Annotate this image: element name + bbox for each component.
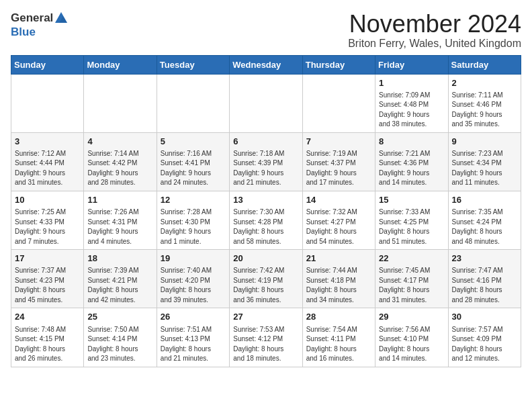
calendar-week-row: 1Sunrise: 7:09 AM Sunset: 4:48 PM Daylig… [11, 74, 521, 132]
table-row: 23Sunrise: 7:47 AM Sunset: 4:16 PM Dayli… [448, 250, 521, 308]
day-info: Sunrise: 7:21 AM Sunset: 4:36 PM Dayligh… [379, 149, 444, 188]
day-number: 18 [87, 253, 152, 265]
day-number: 7 [306, 136, 371, 148]
header-monday: Monday [84, 55, 157, 74]
day-info: Sunrise: 7:14 AM Sunset: 4:42 PM Dayligh… [87, 149, 152, 188]
day-info: Sunrise: 7:16 AM Sunset: 4:41 PM Dayligh… [161, 149, 226, 188]
calendar-week-row: 17Sunrise: 7:37 AM Sunset: 4:23 PM Dayli… [11, 250, 521, 308]
table-row: 2Sunrise: 7:11 AM Sunset: 4:46 PM Daylig… [448, 74, 521, 132]
day-info: Sunrise: 7:25 AM Sunset: 4:33 PM Dayligh… [15, 208, 80, 246]
day-number: 29 [379, 311, 444, 323]
table-row [230, 74, 302, 132]
day-info: Sunrise: 7:53 AM Sunset: 4:12 PM Dayligh… [233, 325, 298, 364]
day-number: 25 [87, 311, 152, 323]
table-row: 25Sunrise: 7:50 AM Sunset: 4:14 PM Dayli… [84, 308, 157, 367]
table-row: 10Sunrise: 7:25 AM Sunset: 4:33 PM Dayli… [11, 191, 84, 249]
table-row: 4Sunrise: 7:14 AM Sunset: 4:42 PM Daylig… [84, 132, 157, 191]
table-row: 18Sunrise: 7:39 AM Sunset: 4:21 PM Dayli… [84, 250, 157, 308]
table-row: 28Sunrise: 7:54 AM Sunset: 4:11 PM Dayli… [302, 308, 375, 367]
day-number: 6 [233, 136, 298, 148]
logo-general: General [11, 11, 53, 25]
table-row: 24Sunrise: 7:48 AM Sunset: 4:15 PM Dayli… [11, 308, 84, 367]
table-row: 29Sunrise: 7:56 AM Sunset: 4:10 PM Dayli… [375, 308, 448, 367]
table-row [84, 74, 157, 132]
day-number: 11 [87, 194, 152, 206]
table-row: 7Sunrise: 7:19 AM Sunset: 4:37 PM Daylig… [302, 132, 375, 191]
table-row: 1Sunrise: 7:09 AM Sunset: 4:48 PM Daylig… [375, 74, 448, 132]
day-info: Sunrise: 7:39 AM Sunset: 4:21 PM Dayligh… [87, 266, 152, 305]
day-number: 2 [452, 77, 517, 89]
day-info: Sunrise: 7:40 AM Sunset: 4:20 PM Dayligh… [161, 266, 226, 305]
day-info: Sunrise: 7:51 AM Sunset: 4:13 PM Dayligh… [161, 325, 226, 364]
day-number: 17 [15, 253, 80, 265]
day-number: 5 [161, 136, 226, 148]
calendar-week-row: 3Sunrise: 7:12 AM Sunset: 4:44 PM Daylig… [11, 132, 521, 191]
day-info: Sunrise: 7:37 AM Sunset: 4:23 PM Dayligh… [15, 266, 80, 305]
table-row: 5Sunrise: 7:16 AM Sunset: 4:41 PM Daylig… [157, 132, 229, 191]
day-number: 16 [452, 194, 517, 206]
header-wednesday: Wednesday [230, 55, 302, 74]
header-tuesday: Tuesday [157, 55, 229, 74]
header-saturday: Saturday [448, 55, 521, 74]
calendar-week-row: 10Sunrise: 7:25 AM Sunset: 4:33 PM Dayli… [11, 191, 521, 249]
day-number: 20 [233, 253, 298, 265]
table-row [11, 74, 84, 132]
day-info: Sunrise: 7:32 AM Sunset: 4:27 PM Dayligh… [306, 208, 371, 246]
logo-text: General Blue [11, 11, 69, 39]
page-header: General Blue November 2024 Briton Ferry,… [11, 11, 521, 50]
day-info: Sunrise: 7:44 AM Sunset: 4:18 PM Dayligh… [306, 266, 371, 305]
day-info: Sunrise: 7:18 AM Sunset: 4:39 PM Dayligh… [233, 149, 298, 188]
day-number: 8 [379, 136, 444, 148]
day-number: 24 [15, 311, 80, 323]
day-info: Sunrise: 7:11 AM Sunset: 4:46 PM Dayligh… [452, 91, 517, 130]
day-number: 14 [306, 194, 371, 206]
day-info: Sunrise: 7:57 AM Sunset: 4:09 PM Dayligh… [452, 325, 517, 364]
table-row: 20Sunrise: 7:42 AM Sunset: 4:19 PM Dayli… [230, 250, 302, 308]
day-info: Sunrise: 7:26 AM Sunset: 4:31 PM Dayligh… [87, 208, 152, 246]
day-info: Sunrise: 7:47 AM Sunset: 4:16 PM Dayligh… [452, 266, 517, 305]
day-number: 15 [379, 194, 444, 206]
day-info: Sunrise: 7:56 AM Sunset: 4:10 PM Dayligh… [379, 325, 444, 364]
table-row: 17Sunrise: 7:37 AM Sunset: 4:23 PM Dayli… [11, 250, 84, 308]
table-row [157, 74, 229, 132]
table-row [302, 74, 375, 132]
table-row: 8Sunrise: 7:21 AM Sunset: 4:36 PM Daylig… [375, 132, 448, 191]
weekday-header-row: Sunday Monday Tuesday Wednesday Thursday… [11, 55, 521, 74]
day-number: 26 [161, 311, 226, 323]
table-row: 15Sunrise: 7:33 AM Sunset: 4:25 PM Dayli… [375, 191, 448, 249]
day-info: Sunrise: 7:33 AM Sunset: 4:25 PM Dayligh… [379, 208, 444, 246]
day-number: 22 [379, 253, 444, 265]
day-info: Sunrise: 7:50 AM Sunset: 4:14 PM Dayligh… [87, 325, 152, 364]
table-row: 14Sunrise: 7:32 AM Sunset: 4:27 PM Dayli… [302, 191, 375, 249]
day-number: 4 [87, 136, 152, 148]
day-number: 10 [15, 194, 80, 206]
calendar-table: Sunday Monday Tuesday Wednesday Thursday… [11, 55, 521, 367]
day-number: 13 [233, 194, 298, 206]
table-row: 12Sunrise: 7:28 AM Sunset: 4:30 PM Dayli… [157, 191, 229, 249]
day-info: Sunrise: 7:12 AM Sunset: 4:44 PM Dayligh… [15, 149, 80, 188]
day-number: 21 [306, 253, 371, 265]
title-block: November 2024 Briton Ferry, Wales, Unite… [348, 11, 521, 50]
day-number: 3 [15, 136, 80, 148]
day-number: 1 [379, 77, 444, 89]
logo-icon [54, 11, 69, 26]
table-row: 26Sunrise: 7:51 AM Sunset: 4:13 PM Dayli… [157, 308, 229, 367]
day-info: Sunrise: 7:42 AM Sunset: 4:19 PM Dayligh… [233, 266, 298, 305]
day-info: Sunrise: 7:19 AM Sunset: 4:37 PM Dayligh… [306, 149, 371, 188]
day-info: Sunrise: 7:09 AM Sunset: 4:48 PM Dayligh… [379, 91, 444, 130]
table-row: 27Sunrise: 7:53 AM Sunset: 4:12 PM Dayli… [230, 308, 302, 367]
day-info: Sunrise: 7:48 AM Sunset: 4:15 PM Dayligh… [15, 325, 80, 364]
table-row: 21Sunrise: 7:44 AM Sunset: 4:18 PM Dayli… [302, 250, 375, 308]
table-row: 11Sunrise: 7:26 AM Sunset: 4:31 PM Dayli… [84, 191, 157, 249]
header-thursday: Thursday [302, 55, 375, 74]
day-number: 19 [161, 253, 226, 265]
table-row: 3Sunrise: 7:12 AM Sunset: 4:44 PM Daylig… [11, 132, 84, 191]
day-number: 23 [452, 253, 517, 265]
day-info: Sunrise: 7:35 AM Sunset: 4:24 PM Dayligh… [452, 208, 517, 246]
table-row: 9Sunrise: 7:23 AM Sunset: 4:34 PM Daylig… [448, 132, 521, 191]
day-number: 9 [452, 136, 517, 148]
table-row: 22Sunrise: 7:45 AM Sunset: 4:17 PM Dayli… [375, 250, 448, 308]
table-row: 19Sunrise: 7:40 AM Sunset: 4:20 PM Dayli… [157, 250, 229, 308]
table-row: 13Sunrise: 7:30 AM Sunset: 4:28 PM Dayli… [230, 191, 302, 249]
day-info: Sunrise: 7:54 AM Sunset: 4:11 PM Dayligh… [306, 325, 371, 364]
